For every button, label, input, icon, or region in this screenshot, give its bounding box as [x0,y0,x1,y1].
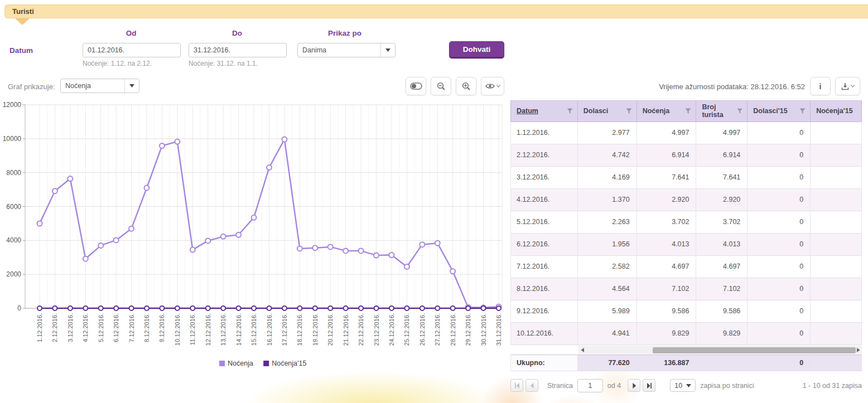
chevron-down-icon [496,85,500,88]
table-row[interactable]: 2.12.2016.4.7426.9146.9140 [510,144,862,167]
filter-icon[interactable] [567,108,573,114]
table-header-row: DatumDolasciNoćenjaBroj turistaDolasci'1… [510,100,862,122]
table-cell: 3.12.2016. [511,167,578,189]
svg-text:21.12.2016.: 21.12.2016. [343,313,349,346]
filter-icon[interactable] [737,108,742,114]
table-cell: 6.12.2016. [511,234,578,256]
per-page-label: zapisa po stranici [700,382,754,390]
column-header-2[interactable]: Dolasci [578,101,637,122]
page-count-label: od 4 [607,382,621,390]
filter-icon[interactable] [799,108,806,114]
column-header-5[interactable]: Dolasci'15 [748,101,811,122]
table-row[interactable]: 6.12.2016.1.9564.0134.0130 [510,234,862,256]
table-cell: 7.12.2016. [511,256,578,278]
svg-text:26.12.2016.: 26.12.2016. [419,313,426,346]
svg-text:8000: 8000 [6,169,21,177]
table-cell: 3.702 [637,211,697,234]
zoom-in-button[interactable] [456,77,476,95]
column-header-4[interactable]: Broj turista [696,101,748,122]
previous-page-button[interactable] [525,379,538,392]
table-cell [811,256,862,278]
table-cell: 4.169 [578,167,637,189]
table-row[interactable]: 5.12.2016.2.2633.7023.7020 [510,211,862,234]
prikaz-po-select[interactable]: Danima [297,43,396,57]
app: Turisti Od Do Prikaz po Datum Danima Doh… [0,0,868,403]
table-cell: 1.956 [578,234,637,256]
svg-text:18.12.2016.: 18.12.2016. [296,313,303,346]
filter-icon[interactable] [685,108,691,114]
svg-text:Noćenja: Noćenja [228,360,253,367]
series-visibility-button[interactable] [481,77,504,95]
table-cell: 2.920 [637,189,697,211]
dohvati-button[interactable]: Dohvati [449,41,504,59]
tab-turisti-label: Turisti [12,7,34,16]
date-to-input[interactable] [189,43,287,57]
toggle-icon [410,82,422,90]
svg-text:28.12.2016.: 28.12.2016. [450,313,456,346]
svg-text:12000: 12000 [3,101,22,109]
chevron-down-icon [851,85,855,88]
total-value: 0 [748,355,811,371]
table-row[interactable]: 7.12.2016.2.5824.6974.6970 [510,256,862,278]
table-cell: 2.920 [696,189,748,211]
stranica-label: Stranica [547,382,573,390]
table-cell: 7.102 [696,278,748,300]
table-cell: 7.102 [637,278,697,300]
page-number-input[interactable] [577,379,603,392]
do-label: Do [223,29,251,37]
table-row[interactable]: 10.12.2016.4.9419.8299.8290 [510,323,862,345]
data-updated-text: Vrijeme ažurnosti podataka: 28.12.2016. … [614,82,805,91]
table-row[interactable]: 9.12.2016.5.9899.5869.5860 [510,300,862,323]
svg-text:0: 0 [17,304,21,312]
table-cell: 3.702 [696,211,748,234]
table-row[interactable]: 1.12.2016.2.9774.9974.9970 [510,122,862,144]
svg-text:4.12.2016.: 4.12.2016. [82,313,89,342]
tab-turisti[interactable]: Turisti [4,4,868,18]
zoom-out-button[interactable] [431,77,451,95]
export-button[interactable] [835,77,860,95]
graf-prikazuje-value: Noćenja [61,79,124,93]
svg-text:14.12.2016.: 14.12.2016. [235,313,242,346]
svg-text:Noćenja'15: Noćenja'15 [272,360,306,367]
tab-pointer-icon [15,18,30,25]
table-cell: 4.941 [578,323,637,345]
filter-icon[interactable] [626,108,632,114]
table-cell: 1.12.2016. [511,122,578,144]
svg-text:16.12.2016.: 16.12.2016. [266,313,273,346]
svg-text:4000: 4000 [6,236,21,244]
column-header-3[interactable]: Noćenja [637,101,697,122]
column-header-6[interactable]: Noćenja'15 [811,101,862,122]
scrollbar-thumb[interactable] [653,347,856,353]
graf-prikazuje-label: Graf prikazuje: [8,82,55,91]
total-value: 77.620 [578,355,637,371]
date-from-input[interactable] [83,43,181,57]
table-row[interactable]: 8.12.2016.4.5647.1027.1020 [510,278,862,300]
column-header-1[interactable]: Datum [511,101,578,122]
table-cell: 4.12.2016. [511,189,578,211]
zoom-in-icon [462,82,471,91]
page-size-select[interactable]: 10 [670,379,696,392]
table-row[interactable]: 4.12.2016.1.3702.9202.9200 [510,189,862,211]
table-cell: 7.641 [637,167,697,189]
next-page-button[interactable] [628,379,640,392]
table-cell: 2.12.2016. [511,144,578,167]
total-value [696,355,748,371]
table-cell: 0 [748,211,811,234]
date-from-field [83,43,181,57]
table-row[interactable]: 3.12.2016.4.1697.6417.6410 [510,167,862,189]
info-button[interactable]: i [810,77,831,95]
table-total-row: Ukupno:77.620136.8870 [510,355,862,371]
horizontal-scrollbar[interactable] [510,345,862,355]
table-cell: 6.914 [696,144,748,167]
table-cell: 9.12.2016. [511,300,578,323]
graf-prikazuje-select[interactable]: Noćenja [60,79,139,93]
table-cell: 0 [748,122,811,144]
first-page-button[interactable] [510,379,523,392]
chart-toggle-button[interactable] [406,77,426,95]
datum-label: Datum [9,46,33,55]
table-cell: 0 [748,256,811,278]
scroll-right-icon[interactable] [855,347,861,354]
table-cell: 4.564 [578,278,637,300]
last-page-button[interactable] [643,379,655,392]
scroll-left-icon[interactable] [579,347,585,354]
